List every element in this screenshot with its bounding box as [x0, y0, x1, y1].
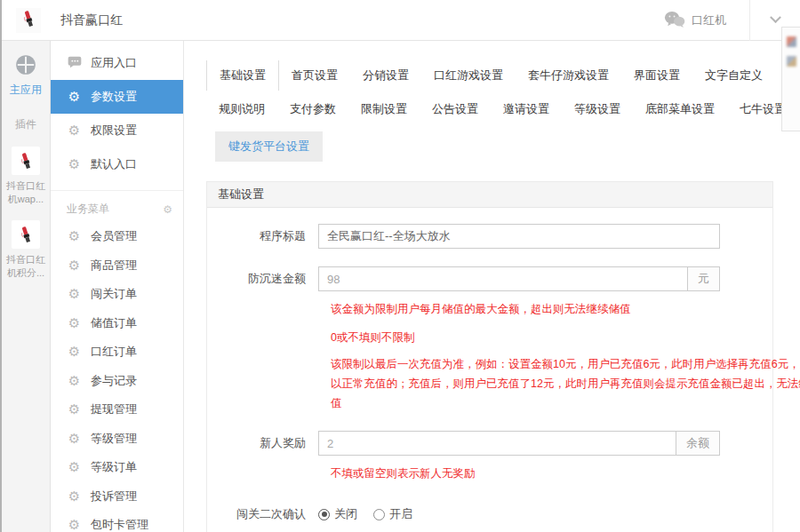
- settings-tabs-row2: 规则说明 支付参数 限制设置 公告设置 邀请设置 等级设置 底部菜单设置 七牛设…: [206, 94, 800, 124]
- sidebar-item-label: 参数设置: [91, 89, 137, 105]
- tab-interface-settings[interactable]: 界面设置: [621, 60, 692, 91]
- sidebar-item-label: 默认入口: [91, 156, 137, 172]
- sidebar-item-timecard-mgmt[interactable]: ⚙包时卡管理: [51, 511, 183, 532]
- radio-close[interactable]: 关闭: [318, 506, 357, 522]
- unit-addon: 元: [687, 266, 720, 291]
- wechat-icon: [664, 11, 692, 30]
- sidebar-item-complaint-mgmt[interactable]: ⚙投诉管理: [51, 482, 183, 512]
- business-menu: ⚙会员管理 ⚙商品管理 ⚙闯关订单 ⚙储值订单 ⚙口红订单 ⚙参与记录 ⚙提现管…: [51, 222, 183, 532]
- radio-dot-icon: [318, 509, 330, 520]
- basic-settings-panel: 基础设置 程序标题 防沉迷金额 元: [206, 181, 773, 532]
- channel-label: 口红机: [692, 12, 726, 28]
- tab-lipstick-game-settings[interactable]: 口红游戏设置: [421, 60, 516, 91]
- gear-icon: ⚙: [67, 228, 82, 244]
- help-text: 不填或留空则表示新人无奖励: [331, 465, 800, 484]
- sidebar-item-default-entry[interactable]: ⚙ 默认入口: [51, 147, 183, 181]
- sidebar-item-withdrawal-mgmt[interactable]: ⚙提现管理: [51, 395, 183, 425]
- tab-level-settings[interactable]: 等级设置: [562, 94, 633, 124]
- unit-addon: 余额: [676, 431, 720, 456]
- anti-addiction-input[interactable]: [318, 266, 687, 291]
- sidebar-item-main-app[interactable]: 主应用: [2, 53, 50, 98]
- sidebar-item-label: 权限设置: [91, 123, 137, 139]
- gear-icon[interactable]: ⚙: [163, 203, 172, 216]
- business-menu-header: 业务菜单 ⚙: [51, 191, 183, 222]
- tab-home-settings[interactable]: 首页设置: [279, 60, 350, 91]
- page-title: 抖音赢口红: [60, 12, 123, 28]
- sidebar-item-member-mgmt[interactable]: ⚙会员管理: [51, 222, 183, 251]
- sidebar-item-challenge-orders[interactable]: ⚙闯关订单: [51, 280, 183, 309]
- lipstick-icon: [18, 8, 39, 33]
- chevron-down-icon: [770, 12, 781, 23]
- field-label: 程序标题: [207, 224, 318, 249]
- lipstick-icon: [12, 147, 40, 175]
- field-second-confirm: 闯关二次确认 关闭 开启: [207, 502, 772, 527]
- field-program-title: 程序标题: [207, 224, 772, 249]
- field-label: 防沉迷金额: [207, 266, 318, 291]
- sidebar-item-stored-value-orders[interactable]: ⚙储值订单: [51, 309, 183, 338]
- field-newbie-reward: 新人奖励 余额: [207, 431, 772, 456]
- edge-glyph: [787, 56, 796, 67]
- field-anti-addiction: 防沉迷金额 元: [207, 266, 772, 291]
- help-text: 0或不填则不限制: [331, 329, 800, 348]
- edge-cutoff-panel[interactable]: [781, 27, 800, 131]
- panel-title: 基础设置: [207, 182, 772, 208]
- gear-icon: ⚙: [67, 488, 82, 504]
- edge-glyph: [787, 36, 796, 47]
- sidebar-item-level-orders[interactable]: ⚙等级订单: [51, 453, 183, 482]
- gear-icon: ⚙: [67, 401, 82, 417]
- sidebar-item-level-mgmt[interactable]: ⚙等级管理: [51, 425, 183, 454]
- app-logo: [16, 8, 41, 33]
- tab-announcement-settings[interactable]: 公告设置: [420, 94, 491, 124]
- chat-bubble-icon: [67, 56, 82, 71]
- topbar: 抖音赢口红 口红机: [2, 0, 800, 41]
- plugins-header: 插件: [2, 117, 50, 132]
- tab-shipping-platform-settings[interactable]: 键发货平台设置: [215, 131, 323, 162]
- gear-icon: ⚙: [67, 258, 82, 274]
- sidebar-item-plugin-points[interactable]: 抖音口红 机积分...: [2, 220, 50, 280]
- sidebar-item-plugin-wap[interactable]: 抖音口红 机wap...: [2, 147, 50, 206]
- plugin-label: 抖音口红 机wap...: [2, 179, 50, 206]
- sidebar-item-label: 主应用: [2, 83, 50, 98]
- plugin-label: 抖音口红 机积分...: [2, 253, 50, 280]
- sidebar-item-permission-settings[interactable]: ⚙ 权限设置: [51, 114, 183, 147]
- sidebar-item-participation-records[interactable]: ⚙参与记录: [51, 367, 183, 396]
- help-text: 该限制以最后一次充值为准，例如：设置金额10元，用户已充值6元，此时用户选择再充…: [331, 355, 800, 414]
- tab-limit-settings[interactable]: 限制设置: [348, 94, 420, 124]
- newbie-reward-input[interactable]: [318, 431, 676, 456]
- grid-icon: [14, 53, 37, 76]
- tab-payment-params[interactable]: 支付参数: [277, 94, 348, 124]
- program-title-input[interactable]: [318, 224, 720, 249]
- sidebar-item-lipstick-orders[interactable]: ⚙口红订单: [51, 337, 183, 367]
- sidebar-item-goods-mgmt[interactable]: ⚙商品管理: [51, 251, 183, 281]
- radio-dot-icon: [373, 509, 385, 520]
- field-label: 闯关二次确认: [207, 502, 318, 527]
- tab-bull-game-settings[interactable]: 套牛仔游戏设置: [516, 60, 621, 91]
- radio-open[interactable]: 开启: [373, 506, 412, 522]
- field-label: 新人奖励: [207, 431, 318, 456]
- gear-icon: ⚙: [67, 517, 82, 532]
- tab-bottom-menu-settings[interactable]: 底部菜单设置: [633, 94, 727, 124]
- tab-text-custom[interactable]: 文字自定义: [692, 60, 775, 91]
- gear-icon: ⚙: [67, 315, 82, 331]
- sidebar-item-app-entry[interactable]: 应用入口: [51, 46, 183, 80]
- tab-basic-settings[interactable]: 基础设置: [206, 60, 279, 91]
- help-text: 该金额为限制用户每月储值的最大金额，超出则无法继续储值: [331, 300, 800, 320]
- sidebar-item-label: 应用入口: [91, 55, 137, 71]
- sidebar-item-parameter-settings[interactable]: ⚙ 参数设置: [51, 80, 183, 114]
- tab-rules[interactable]: 规则说明: [206, 94, 277, 124]
- gear-icon: ⚙: [67, 431, 82, 447]
- lipstick-icon: [12, 220, 40, 249]
- topbar-right: 口红机: [664, 0, 800, 40]
- gear-icon: ⚙: [67, 344, 82, 360]
- gear-icon: ⚙: [67, 373, 82, 389]
- tab-distribution-settings[interactable]: 分销设置: [350, 60, 421, 91]
- admin-app: 抖音赢口红 口红机 主应用 插件: [0, 0, 800, 532]
- gear-icon: ⚙: [67, 89, 82, 105]
- gear-icon: ⚙: [67, 123, 82, 139]
- channel-selector[interactable]: 口红机: [664, 11, 749, 30]
- primary-sidebar: 主应用 插件 抖音口红 机wap... 抖音口红 机积分...: [2, 41, 51, 532]
- tab-invite-settings[interactable]: 邀请设置: [491, 94, 562, 124]
- main-content: 基础设置 首页设置 分销设置 口红游戏设置 套牛仔游戏设置 界面设置 文字自定义…: [184, 41, 800, 532]
- gear-icon: ⚙: [67, 459, 82, 475]
- settings-tabs-row1: 基础设置 首页设置 分销设置 口红游戏设置 套牛仔游戏设置 界面设置 文字自定义…: [206, 60, 800, 91]
